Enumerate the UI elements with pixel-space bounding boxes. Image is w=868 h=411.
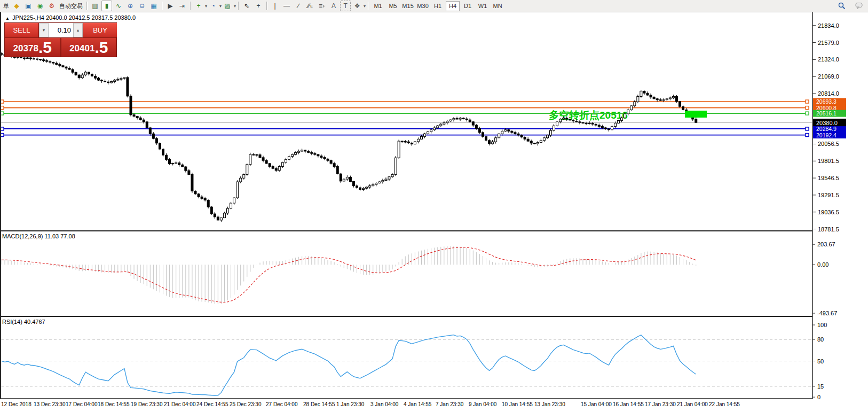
timeframe-button-H4[interactable]: H4 xyxy=(446,1,460,11)
autotrading-icon[interactable]: ⚙ xyxy=(46,1,57,11)
time-axis-label: 27 Dec 04:00 xyxy=(266,401,298,407)
vertical-line-icon[interactable]: | xyxy=(270,1,280,11)
hline-price-label: 20693.3 xyxy=(816,98,837,105)
timeframe-button-D1[interactable]: D1 xyxy=(461,1,475,11)
main-toolbar: 单◆▣◉⚙自动交易▥▮∿⊕⊖▦▶⇥+▾◔▾▨▾⇖+|—∕∕∕E≡FAT❖▾M1M… xyxy=(0,0,868,12)
macd-indicator-label: MACD(12,26,9) 11.03 77.08 xyxy=(2,233,75,239)
line-chart-icon[interactable]: ∿ xyxy=(113,1,124,11)
time-axis-label: 1 Jan 23:30 xyxy=(336,401,364,407)
candles xyxy=(1,52,697,222)
volume-input[interactable] xyxy=(49,23,73,37)
zoom-out-icon[interactable]: ⊖ xyxy=(137,1,147,11)
crosshair-icon[interactable]: + xyxy=(253,1,264,11)
timeframe-button-M1[interactable]: M1 xyxy=(371,1,385,11)
time-axis-label: 25 Dec 23:30 xyxy=(230,401,262,407)
periods-icon[interactable]: ◔ xyxy=(208,1,218,11)
volume-decrease-button[interactable]: ▾ xyxy=(39,23,49,37)
time-axis-label: 18 Dec 14:55 xyxy=(98,401,130,407)
trade-panel-price-row: 20378.5 20401.5 xyxy=(5,38,116,57)
periods-icon-dropdown[interactable]: ▾ xyxy=(219,4,222,9)
templates-icon[interactable]: ▨ xyxy=(222,1,233,11)
text-icon[interactable]: A xyxy=(328,1,339,11)
rsi-axis-label: 50 xyxy=(817,358,824,365)
time-axis-label: 16 Jan 14:55 xyxy=(613,401,644,407)
toolbar-separator xyxy=(190,2,191,10)
templates-icon-dropdown[interactable]: ▾ xyxy=(234,4,236,9)
indicators-icon-dropdown[interactable]: ▾ xyxy=(205,4,207,9)
chart-window-icon[interactable]: ▣ xyxy=(23,1,34,11)
cursor-icon[interactable]: ⇖ xyxy=(241,1,252,11)
macd-panel: 203.670.00-493.67 xyxy=(2,241,837,316)
timeframe-button-MN[interactable]: MN xyxy=(491,1,504,11)
toolbar-left-group: 单◆▣◉⚙自动交易▥▮∿⊕⊖▦▶⇥+▾◔▾▨▾⇖+|—∕∕∕E≡FAT❖▾M1M… xyxy=(0,0,505,12)
macd-axis-label: 203.67 xyxy=(817,241,835,247)
timeframe-button-M30[interactable]: M30 xyxy=(416,1,430,11)
rsi-axis-label: 15 xyxy=(817,383,824,390)
time-axis-label: 28 Dec 14:55 xyxy=(303,401,335,407)
line-anchor xyxy=(806,134,809,137)
time-axis-label: 9 Jan 04:00 xyxy=(469,401,496,407)
volume-increase-button[interactable]: ▴ xyxy=(73,23,83,37)
autotrading-label: 自动交易 xyxy=(59,2,83,10)
price-tick-label: 19036.5 xyxy=(818,209,839,215)
sell-button[interactable]: SELL xyxy=(5,23,38,37)
toolbar-separator xyxy=(86,2,87,10)
zoom-in-icon[interactable]: ⊕ xyxy=(125,1,136,11)
chart-area[interactable]: 多空转折点2051621834.021579.021324.021069.020… xyxy=(0,0,868,411)
chat-icon[interactable] xyxy=(854,1,864,11)
collapse-icon[interactable]: ▲ xyxy=(5,16,10,21)
price-tick-label: 19546.5 xyxy=(818,175,839,181)
buy-price[interactable]: 20401.5 xyxy=(61,38,117,57)
timeframe-button-M15[interactable]: M15 xyxy=(401,1,415,11)
tile-windows-icon[interactable]: ▦ xyxy=(148,1,159,11)
auto-scroll-icon[interactable]: ▶ xyxy=(165,1,176,11)
time-axis-label: 4 Jan 14:55 xyxy=(404,401,431,407)
horizontal-lines xyxy=(1,102,809,135)
timeframe-button-H1[interactable]: H1 xyxy=(431,1,445,11)
bar-chart-icon[interactable]: ▥ xyxy=(90,1,100,11)
mt4-window: 单◆▣◉⚙自动交易▥▮∿⊕⊖▦▶⇥+▾◔▾▨▾⇖+|—∕∕∕E≡FAT❖▾M1M… xyxy=(0,0,868,411)
equidistant-channel-icon[interactable]: ∕∕E xyxy=(305,1,315,11)
rsi-indicator-label: RSI(14) 40.4767 xyxy=(2,319,45,325)
line-anchor xyxy=(806,112,809,115)
fibonacci-icon[interactable]: ≡F xyxy=(317,1,327,11)
hline-price-label: 20192.4 xyxy=(816,132,837,138)
time-axis-label: 15 Jan 04:00 xyxy=(581,401,612,407)
text-label-icon[interactable]: T xyxy=(340,1,351,11)
current-price-label: 20380.0 xyxy=(816,120,838,126)
sell-price-frac: .5 xyxy=(38,40,52,56)
indicators-icon[interactable]: + xyxy=(193,1,204,11)
line-anchor xyxy=(806,127,809,130)
search-icon[interactable] xyxy=(837,1,847,11)
chart-title-text: JPN225-,H4 20400.0 20412.5 20317.5 20380… xyxy=(12,14,136,21)
timeframe-button-W1[interactable]: W1 xyxy=(476,1,490,11)
chart-title: ▲JPN225-,H4 20400.0 20412.5 20317.5 2038… xyxy=(5,14,136,21)
macd-signal-line xyxy=(2,247,696,303)
time-axis-label: 17 Dec 04:00 xyxy=(66,401,98,407)
price-tick-label: 21579.0 xyxy=(818,40,839,46)
trendline-icon[interactable]: ∕ xyxy=(293,1,304,11)
time-axis-label: 13 Jan 23:30 xyxy=(534,401,565,407)
rsi-panel: 1008050150 xyxy=(1,322,827,400)
line-anchor xyxy=(806,100,809,103)
green-highlight-box xyxy=(685,111,707,118)
buy-button[interactable]: BUY xyxy=(83,23,117,37)
arrows-icon-dropdown[interactable]: ▾ xyxy=(364,4,366,9)
time-axis-label: 10 Jan 14:55 xyxy=(502,401,533,407)
candlestick-chart-icon[interactable]: ▮ xyxy=(101,1,112,11)
timeframe-button-M5[interactable]: M5 xyxy=(386,1,400,11)
orders-label[interactable]: 单 xyxy=(3,2,9,10)
time-axis-label: 22 Jan 14:55 xyxy=(709,401,740,407)
toolbar-separator xyxy=(368,2,368,10)
time-axis-label: 19 Dec 23:30 xyxy=(131,401,163,407)
sell-price[interactable]: 20378.5 xyxy=(5,38,60,57)
toolbar-separator xyxy=(266,2,267,10)
time-axis-label: 13 Dec 23:30 xyxy=(34,401,66,407)
horizontal-line-icon[interactable]: — xyxy=(281,1,292,11)
chart-shift-icon[interactable]: ⇥ xyxy=(177,1,187,11)
signals-icon[interactable]: ◉ xyxy=(35,1,45,11)
arrows-icon[interactable]: ❖ xyxy=(352,1,362,11)
rsi-axis-label: 100 xyxy=(817,322,827,328)
time-axis[interactable]: 12 Dec 201813 Dec 23:3017 Dec 04:0018 De… xyxy=(0,399,868,411)
new-order-icon[interactable]: ◆ xyxy=(11,1,22,11)
